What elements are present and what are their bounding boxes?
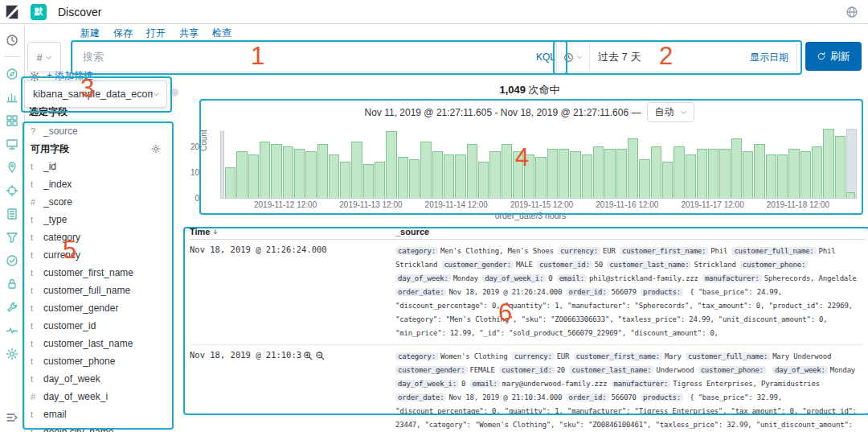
apm-icon[interactable] xyxy=(6,231,18,244)
histogram-bar[interactable] xyxy=(420,142,431,198)
histogram-bar[interactable] xyxy=(731,138,742,198)
field-item-customer_full_name[interactable]: tcustomer_full_name xyxy=(24,282,169,299)
histogram-bar[interactable] xyxy=(535,157,546,198)
histogram-bar[interactable] xyxy=(674,146,684,198)
toolbar-link[interactable]: 保存 xyxy=(113,27,133,40)
field-item-customer_last_name[interactable]: tcustomer_last_name xyxy=(24,335,169,352)
logs-icon[interactable] xyxy=(6,208,18,220)
histogram-bar[interactable] xyxy=(616,149,627,198)
histogram-bar[interactable] xyxy=(697,149,707,198)
histogram-bar[interactable] xyxy=(719,149,730,198)
histogram-bar[interactable] xyxy=(651,146,661,198)
field-item-_score[interactable]: #_score xyxy=(24,193,169,211)
query-language-button[interactable]: KQL xyxy=(536,51,555,63)
histogram-bar[interactable] xyxy=(386,131,396,198)
histogram-bar[interactable] xyxy=(835,136,845,198)
histogram-bar[interactable] xyxy=(478,162,489,198)
histogram-bar[interactable] xyxy=(593,146,604,198)
histogram-bar[interactable] xyxy=(628,138,638,198)
filter-settings-gear-icon[interactable] xyxy=(29,71,40,82)
histogram-bar[interactable] xyxy=(409,159,420,198)
histogram-bar[interactable] xyxy=(260,142,270,198)
discover-icon[interactable] xyxy=(6,68,18,80)
histogram-bar[interactable] xyxy=(570,151,580,198)
time-column-header[interactable]: Time xyxy=(190,227,395,237)
siem-icon[interactable] xyxy=(6,278,18,290)
histogram-bar[interactable] xyxy=(305,151,316,198)
histogram-bar[interactable] xyxy=(375,162,385,198)
histogram-bar[interactable] xyxy=(812,146,822,198)
toolbar-link[interactable]: 检查 xyxy=(212,27,231,40)
histogram-bar[interactable] xyxy=(604,149,615,198)
dev-tools-icon[interactable] xyxy=(6,301,18,314)
field-item-_index[interactable]: t_index xyxy=(24,175,169,193)
histogram-bar[interactable] xyxy=(766,154,776,198)
kibana-logo-icon[interactable] xyxy=(0,0,24,23)
field-item-_type[interactable]: t_type xyxy=(24,211,169,228)
uptime-icon[interactable] xyxy=(6,254,18,267)
toolbar-link[interactable]: 新建 xyxy=(80,27,100,40)
field-item-_id[interactable]: t_id xyxy=(24,158,169,175)
histogram-bar[interactable] xyxy=(788,149,799,198)
histogram-bar[interactable] xyxy=(582,154,592,198)
time-picker-quick-menu[interactable] xyxy=(557,43,590,72)
histogram-bar[interactable] xyxy=(317,144,328,198)
histogram-bar[interactable] xyxy=(294,149,305,198)
histogram-bar[interactable] xyxy=(271,144,281,198)
histogram-bar[interactable] xyxy=(489,151,500,198)
search-input[interactable]: 搜索 KQL xyxy=(72,42,564,72)
histogram-bar[interactable] xyxy=(444,154,454,198)
toolbar-link[interactable]: 打开 xyxy=(146,27,166,40)
histogram-bar[interactable] xyxy=(432,151,443,198)
partial-bucket-bar[interactable] xyxy=(846,129,857,198)
globe-icon[interactable] xyxy=(845,6,858,19)
histogram-bar[interactable] xyxy=(754,144,764,198)
histogram-bar[interactable] xyxy=(398,157,408,198)
field-item-customer_first_name[interactable]: tcustomer_first_name xyxy=(24,264,169,282)
histogram-bar[interactable] xyxy=(329,154,339,198)
field-item-category[interactable]: tcategory xyxy=(24,228,169,246)
histogram-bar[interactable] xyxy=(547,149,558,198)
canvas-icon[interactable] xyxy=(6,138,18,150)
field-item-geoip.city_name[interactable]: tgeoip.city_name xyxy=(24,423,169,432)
add-filter-button[interactable]: + 添加筛选 xyxy=(47,69,93,83)
query-filter-dropdown[interactable]: # xyxy=(27,42,61,72)
histogram-bar[interactable] xyxy=(800,151,811,198)
histogram-bar[interactable] xyxy=(708,149,719,198)
toolbar-link[interactable]: 共享 xyxy=(179,27,199,40)
histogram-bar[interactable] xyxy=(823,129,833,198)
field-item-day_of_week_i[interactable]: #day_of_week_i xyxy=(24,388,169,405)
histogram-bar[interactable] xyxy=(225,167,235,198)
histogram-bar[interactable] xyxy=(639,159,649,198)
space-badge[interactable]: 默 xyxy=(31,4,47,20)
histogram-bar[interactable] xyxy=(743,151,753,198)
table-row[interactable]: Nov 18, 2019 @ 21:26:24.000category:Men'… xyxy=(190,240,865,345)
field-item-email[interactable]: temail xyxy=(24,405,169,423)
histogram-bar[interactable] xyxy=(502,144,512,198)
time-range-value[interactable]: 过去 7 天 xyxy=(598,50,641,64)
dashboard-icon[interactable] xyxy=(6,114,18,127)
partial-bucket-bar[interactable] xyxy=(220,131,224,198)
collapse-menu-icon[interactable] xyxy=(6,411,18,424)
histogram-bar[interactable] xyxy=(248,154,259,198)
zoom-in-icon[interactable] xyxy=(303,351,313,361)
histogram-bar[interactable] xyxy=(777,154,788,198)
field-item-customer_phone[interactable]: tcustomer_phone xyxy=(24,352,169,370)
machine-learning-icon[interactable] xyxy=(6,184,18,197)
field-item-currency[interactable]: tcurrency xyxy=(24,246,169,264)
stack-monitoring-icon[interactable] xyxy=(6,324,18,337)
histogram-bar[interactable] xyxy=(513,151,523,198)
field-item-day_of_week[interactable]: tday_of_week xyxy=(24,370,169,388)
histogram-bar[interactable] xyxy=(524,154,534,198)
histogram-bar[interactable] xyxy=(236,151,247,198)
histogram-bar[interactable] xyxy=(363,164,374,198)
interval-select[interactable]: 自动 xyxy=(647,102,694,122)
histogram-bar[interactable] xyxy=(467,144,477,198)
show-dates-button[interactable]: 显示日期 xyxy=(750,51,788,64)
maps-icon[interactable] xyxy=(6,161,18,174)
field-item-customer_id[interactable]: tcustomer_id xyxy=(24,317,169,335)
zoom-out-icon[interactable] xyxy=(315,351,326,361)
index-pattern-select[interactable]: kibana_sample_data_ecom... xyxy=(24,80,167,108)
recently-viewed-icon[interactable] xyxy=(6,34,18,47)
field-settings-gear-icon[interactable] xyxy=(151,144,161,154)
